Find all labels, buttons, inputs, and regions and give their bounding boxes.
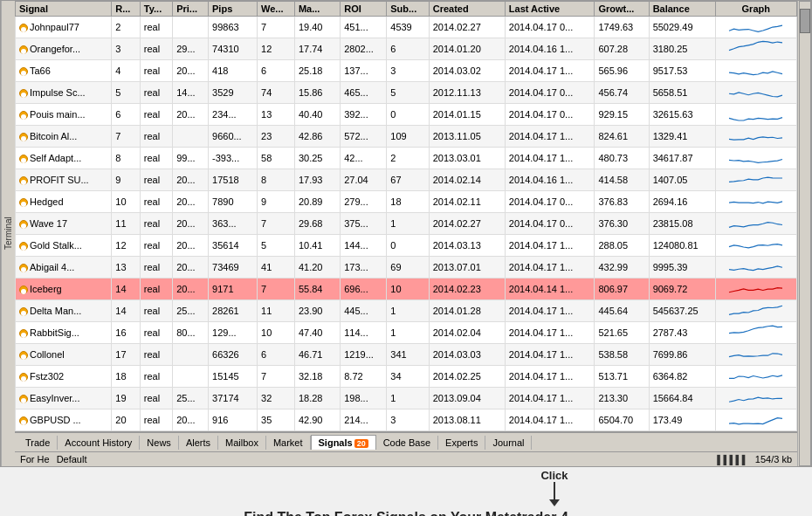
cell-lastactive: 2014.04.17 1... [505, 409, 595, 431]
cell-type: real [140, 366, 172, 388]
cell-roi: 392... [341, 104, 387, 126]
table-row[interactable]: Self Adapt... 8 real 99... -393... 58 30… [16, 148, 797, 169]
cell-signal: Collonel [16, 344, 112, 366]
status-profile: Default [57, 454, 87, 464]
table-row[interactable]: Collonel 17 real 66326 6 46.71 1219... 3… [16, 344, 797, 366]
table-row[interactable]: Fstz302 18 real 15145 7 32.18 8.72 34 20… [16, 366, 797, 388]
tab-experts[interactable]: Experts [438, 436, 485, 450]
cell-weeks: 8 [258, 169, 295, 191]
cell-price: 20... [173, 409, 209, 431]
cell-growth: 565.96 [595, 60, 649, 82]
cell-lastactive: 2014.04.17 1... [505, 366, 595, 388]
cell-subs: 6 [387, 38, 429, 60]
col-header-graph[interactable]: Graph [715, 2, 796, 17]
cell-balance: 7699.86 [649, 344, 715, 366]
col-header-ty[interactable]: Ty... [140, 2, 172, 17]
cell-subs: 67 [387, 169, 429, 191]
cell-graph [715, 126, 796, 148]
cell-signal: EasyInver... [16, 388, 112, 409]
cell-pips: -393... [209, 148, 258, 169]
cell-weeks: 7 [258, 213, 295, 235]
col-header-ma[interactable]: Ma... [294, 2, 340, 17]
col-header-r[interactable]: R... [112, 2, 141, 17]
table-row[interactable]: Ta66 4 real 20... 418 6 25.18 137... 3 2… [16, 60, 797, 82]
cell-signal: Ta66 [16, 60, 112, 82]
terminal-label: Terminal [1, 1, 15, 466]
table-row[interactable]: Hedged 10 real 20... 7890 9 20.89 279...… [16, 191, 797, 213]
table-row[interactable]: Bitcoin Al... 7 real 9660... 23 42.86 57… [16, 126, 797, 148]
click-annotation: Click Find The Top Forex Signals on Your… [0, 469, 812, 516]
cell-roi: 214... [341, 409, 387, 431]
cell-r: 12 [112, 235, 141, 257]
cell-max: 17.93 [294, 169, 340, 191]
table-row[interactable]: RabbitSig... 16 real 80... 129... 10 47.… [16, 322, 797, 344]
cell-created: 2014.02.27 [429, 17, 505, 38]
cell-growth: 480.73 [595, 148, 649, 169]
col-header-signal[interactable]: Signal [16, 2, 112, 17]
cell-max: 25.18 [294, 60, 340, 82]
bottom-tabs: TradeAccount HistoryNewsAlertsMailboxMar… [15, 431, 797, 451]
table-row[interactable]: Impulse Sc... 5 real 14... 3529 74 15.86… [16, 82, 797, 104]
table-row[interactable]: Iceberg 14 real 20... 9171 7 55.84 696..… [16, 279, 797, 300]
tab-account-history[interactable]: Account History [58, 436, 140, 450]
table-row[interactable]: PROFIT SU... 9 real 20... 17518 8 17.93 … [16, 169, 797, 191]
tab-journal[interactable]: Journal [485, 436, 532, 450]
col-header-balance[interactable]: Balance [649, 2, 715, 17]
col-header-pri[interactable]: Pri... [173, 2, 209, 17]
tab-mailbox[interactable]: Mailbox [218, 436, 266, 450]
cell-subs: 1 [387, 300, 429, 322]
col-header-pips[interactable]: Pips [209, 2, 258, 17]
cell-weeks: 9 [258, 191, 295, 213]
col-header-created[interactable]: Created [429, 2, 505, 17]
cell-growth: 538.58 [595, 344, 649, 366]
tab-trade[interactable]: Trade [18, 436, 58, 450]
cell-signal: Pouis main... [16, 104, 112, 126]
cell-lastactive: 2014.04.14 1... [505, 279, 595, 300]
tab-signals[interactable]: Signals20 [311, 435, 376, 450]
cell-r: 14 [112, 300, 141, 322]
cell-balance: 124080.81 [649, 235, 715, 257]
cell-weeks: 32 [258, 388, 295, 409]
cell-type: real [140, 235, 172, 257]
cell-growth: 824.61 [595, 126, 649, 148]
signal-icon [19, 264, 28, 272]
sparkline-graph [727, 170, 784, 188]
table-row[interactable]: Delta Man... 14 real 25... 28261 11 23.9… [16, 300, 797, 322]
col-header-we[interactable]: We... [258, 2, 295, 17]
sparkline-graph [727, 39, 784, 57]
table-row[interactable]: Johnpaul77 2 real 99863 7 19.40 451... 4… [16, 17, 797, 38]
col-header-lastactive[interactable]: Last Active [505, 2, 595, 17]
scrollbar-thumb[interactable] [800, 9, 810, 33]
tab-code-base[interactable]: Code Base [376, 436, 438, 450]
table-row[interactable]: Gold Stalk... 12 real 20... 35614 5 10.4… [16, 235, 797, 257]
col-header-growth[interactable]: Growt... [595, 2, 649, 17]
cell-max: 10.41 [294, 235, 340, 257]
table-row[interactable]: Orangefor... 3 real 29... 74310 12 17.74… [16, 38, 797, 60]
cell-created: 2014.03.03 [429, 344, 505, 366]
table-row[interactable]: Wave 17 11 real 20... 363... 7 29.68 375… [16, 213, 797, 235]
scrollbar-track[interactable] [799, 1, 811, 466]
table-row[interactable]: Abigail 4... 13 real 20... 73469 41 41.2… [16, 257, 797, 279]
cell-r: 11 [112, 213, 141, 235]
cell-roi: 2802... [341, 38, 387, 60]
status-forhelptext: For He [20, 454, 50, 464]
cell-r: 16 [112, 322, 141, 344]
cell-weeks: 41 [258, 257, 295, 279]
scrollbar-area [797, 1, 811, 466]
table-row[interactable]: EasyInver... 19 real 25... 37174 32 18.2… [16, 388, 797, 409]
cell-max: 46.71 [294, 344, 340, 366]
cell-lastactive: 2014.04.17 0... [505, 17, 595, 38]
col-header-sub[interactable]: Sub... [387, 2, 429, 17]
tab-news[interactable]: News [140, 436, 179, 450]
cell-pips: 37174 [209, 388, 258, 409]
cell-price: 20... [173, 257, 209, 279]
cell-balance: 55029.49 [649, 17, 715, 38]
table-row[interactable]: GBPUSD ... 20 real 20... 916 35 42.90 21… [16, 409, 797, 431]
table-row[interactable]: Pouis main... 6 real 20... 234... 13 40.… [16, 104, 797, 126]
col-header-roi[interactable]: ROI [341, 2, 387, 17]
cell-signal: Self Adapt... [16, 148, 112, 169]
cell-price: 25... [173, 388, 209, 409]
tab-market[interactable]: Market [266, 436, 311, 450]
tab-alerts[interactable]: Alerts [179, 436, 218, 450]
cell-max: 42.90 [294, 409, 340, 431]
